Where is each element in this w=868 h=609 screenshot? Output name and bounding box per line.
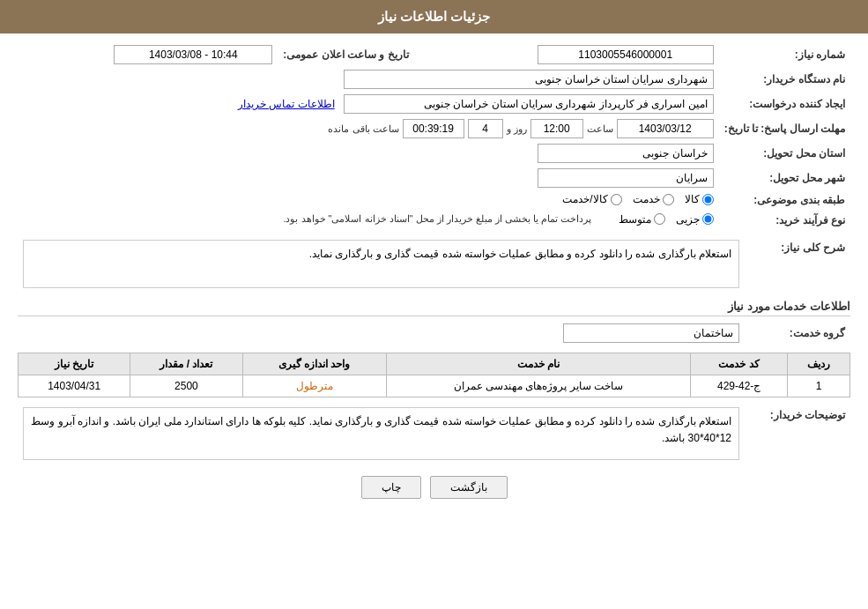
buyer-notes-table: توضیحات خریدار: استعلام بارگذاری شده را … bbox=[18, 405, 850, 463]
purchase-motavasset-radio[interactable] bbox=[654, 213, 665, 225]
deadline-time-field: 12:00 bbox=[530, 119, 583, 138]
deadline-days-label: روز و bbox=[507, 123, 527, 135]
service-group-field: ساختمان bbox=[563, 323, 739, 343]
cell-date: 1403/04/31 bbox=[19, 375, 130, 397]
buyer-org-value: شهرداری سرایان استان خراسان جنوبی bbox=[18, 67, 719, 92]
col-date: تاریخ نیاز bbox=[19, 353, 130, 375]
info-table: شماره نیاز: 1103005546000001 تاریخ و ساع… bbox=[18, 42, 850, 230]
cell-row: 1 bbox=[787, 375, 849, 397]
creator-label: ایجاد کننده درخواست: bbox=[719, 92, 850, 116]
service-info-section: اطلاعات خدمات مورد نیاز bbox=[18, 300, 850, 316]
deadline-date-field: 1403/03/12 bbox=[617, 119, 714, 138]
city-value: سرایان bbox=[18, 166, 719, 190]
province-field: خراسان جنوبی bbox=[538, 144, 714, 163]
cell-name: ساخت سایر پروژه‌های مهندسی عمران bbox=[386, 375, 691, 397]
purchase-type-label: نوع فرآیند خرید: bbox=[719, 211, 850, 231]
deadline-days-field: 4 bbox=[468, 119, 503, 138]
need-number-label: شماره نیاز: bbox=[719, 42, 850, 67]
buyer-notes-value: استعلام بارگذاری شده را دانلود کرده و مط… bbox=[18, 405, 745, 463]
category-khedmat-text: خدمت bbox=[633, 193, 660, 205]
print-button[interactable]: چاپ bbox=[361, 476, 421, 499]
col-row: ردیف bbox=[787, 353, 849, 375]
cell-unit: مترطول bbox=[242, 375, 386, 397]
category-kala-khedmat-radio[interactable] bbox=[611, 194, 622, 205]
description-value: استعلام بارگذاری شده را دانلود کرده و مط… bbox=[18, 237, 745, 291]
col-name: نام خدمت bbox=[386, 353, 691, 375]
page-header: جزئیات اطلاعات نیاز bbox=[0, 0, 868, 33]
purchase-motavasset-label[interactable]: متوسط bbox=[619, 213, 665, 226]
col-code: کد خدمت bbox=[691, 353, 788, 375]
buyer-notes-label: توضیحات خریدار: bbox=[745, 405, 850, 463]
category-kala-radio[interactable] bbox=[702, 194, 714, 205]
service-group-value: ساختمان bbox=[18, 321, 745, 345]
need-number-value: 1103005546000001 bbox=[432, 42, 719, 67]
deadline-label: مهلت ارسال پاسخ: تا تاریخ: bbox=[719, 116, 850, 141]
city-field: سرایان bbox=[538, 168, 714, 188]
col-qty: تعداد / مقدار bbox=[130, 353, 242, 375]
purchase-jozi-text: جزیی bbox=[676, 213, 700, 226]
deadline-remaining-field: 00:39:19 bbox=[403, 119, 464, 138]
deadline-row: 1403/03/12 ساعت 12:00 روز و 4 00:39:19 س… bbox=[18, 116, 719, 141]
buyer-notes-text: استعلام بارگذاری شده را دانلود کرده و مط… bbox=[23, 407, 739, 460]
cell-code: ج-42-429 bbox=[691, 375, 788, 397]
province-value: خراسان جنوبی bbox=[18, 141, 719, 166]
buyer-org-label: نام دستگاه خریدار: bbox=[719, 67, 850, 92]
category-khedmat-radio[interactable] bbox=[663, 194, 674, 205]
province-label: استان محل تحویل: bbox=[719, 141, 850, 166]
deadline-time-label: ساعت bbox=[587, 123, 613, 135]
service-group-label: گروه خدمت: bbox=[745, 321, 850, 345]
need-number-field: 1103005546000001 bbox=[538, 45, 714, 64]
category-kala-khedmat-label[interactable]: کالا/خدمت bbox=[562, 193, 621, 205]
creator-field: امین اسراری فر کارپرداز شهرداری سرایان ا… bbox=[344, 94, 714, 114]
category-label: طبقه بندی موضوعی: bbox=[719, 190, 850, 211]
description-table: شرح کلی نیاز: استعلام بارگذاری شده را دا… bbox=[18, 237, 850, 291]
category-kala-label[interactable]: کالا bbox=[685, 193, 714, 205]
button-row: بازگشت چاپ bbox=[18, 476, 850, 499]
category-options: کالا خدمت کالا/خدمت bbox=[18, 190, 719, 211]
date-label: تاریخ و ساعت اعلان عمومی: bbox=[278, 42, 413, 67]
category-kala-khedmat-text: کالا/خدمت bbox=[562, 193, 607, 205]
back-button[interactable]: بازگشت bbox=[430, 476, 508, 499]
description-label: شرح کلی نیاز: bbox=[745, 237, 850, 291]
page-wrapper: جزئیات اطلاعات نیاز شماره نیاز: 11030055… bbox=[0, 0, 868, 609]
purchase-jozi-label[interactable]: جزیی bbox=[676, 213, 714, 226]
purchase-type-row: جزیی متوسط پرداخت تمام یا بخشی از مبلغ خ… bbox=[18, 211, 719, 231]
contact-link[interactable]: اطلاعات تماس خریدار bbox=[238, 98, 335, 110]
page-title: جزئیات اطلاعات نیاز bbox=[378, 9, 490, 24]
category-khedmat-label[interactable]: خدمت bbox=[633, 193, 674, 205]
col-unit: واحد اندازه گیری bbox=[242, 353, 386, 375]
date-field: 1403/03/08 - 10:44 bbox=[114, 45, 272, 64]
category-kala-text: کالا bbox=[685, 193, 700, 205]
buyer-org-field: شهرداری سرایان استان خراسان جنوبی bbox=[344, 70, 714, 89]
service-data-table: ردیف کد خدمت نام خدمت واحد اندازه گیری ت… bbox=[18, 353, 850, 397]
deadline-remaining-label: ساعت باقی مانده bbox=[328, 123, 398, 135]
date-value: 1403/03/08 - 10:44 bbox=[18, 42, 278, 67]
service-group-table: گروه خدمت: ساختمان bbox=[18, 321, 850, 345]
purchase-note: پرداخت تمام یا بخشی از مبلغ خریدار از مح… bbox=[283, 213, 591, 225]
creator-value: امین اسراری فر کارپرداز شهرداری سرایان ا… bbox=[18, 92, 719, 116]
purchase-jozi-radio[interactable] bbox=[702, 213, 714, 225]
city-label: شهر محل تحویل: bbox=[719, 166, 850, 190]
main-content: شماره نیاز: 1103005546000001 تاریخ و ساع… bbox=[0, 33, 868, 516]
cell-qty: 2500 bbox=[130, 375, 242, 397]
purchase-motavasset-text: متوسط bbox=[619, 213, 651, 226]
table-row: 1 ج-42-429 ساخت سایر پروژه‌های مهندسی عم… bbox=[19, 375, 850, 397]
description-text: استعلام بارگذاری شده را دانلود کرده و مط… bbox=[23, 240, 739, 288]
